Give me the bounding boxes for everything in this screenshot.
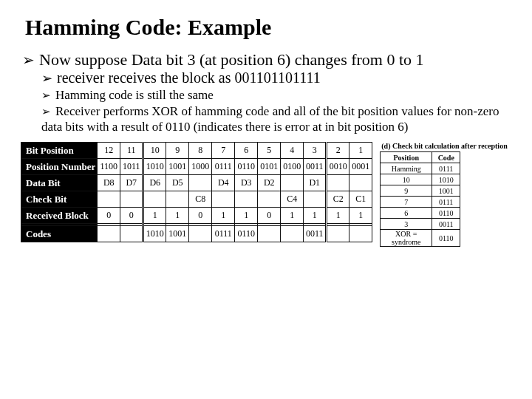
cell	[98, 226, 120, 242]
cell: 0101	[258, 159, 281, 175]
bullet-text: Hamming code is still the same	[55, 88, 214, 102]
cell: 1001	[166, 159, 189, 175]
table-row: Check Bit C8 C4 C2 C1	[21, 191, 372, 208]
cell: 1	[281, 208, 304, 224]
cell: 1	[235, 208, 258, 224]
table-row: Received Block 0 0 1 1 0 1 1 0 1 1 1 1	[21, 208, 372, 224]
cell: 1100	[98, 159, 120, 175]
cell	[304, 191, 327, 208]
col-header: Position	[381, 152, 432, 163]
cell	[189, 175, 212, 191]
cell: 1	[143, 208, 166, 224]
side-caption: (d) Check bit calculation after receptio…	[381, 142, 507, 150]
row-header: Received Block	[21, 208, 98, 224]
cell: 2	[327, 143, 349, 159]
cell: 6	[235, 143, 258, 159]
cell	[120, 226, 143, 242]
cell	[189, 226, 212, 242]
cell: 1011	[120, 159, 143, 175]
cell: 1010	[432, 174, 460, 185]
table-row: XOR = syndrome0110	[381, 230, 460, 247]
cell: D2	[258, 175, 281, 191]
row-header: Bit Position	[21, 143, 98, 159]
row-header: Codes	[21, 226, 98, 242]
cell	[143, 191, 166, 208]
cell: 0011	[304, 159, 327, 175]
table-row: 70111	[381, 197, 460, 208]
table-row: Codes 1010 1001 0111 0110 0011	[21, 226, 372, 242]
cell: C2	[327, 191, 349, 208]
cell: 0111	[212, 226, 235, 242]
slide-title: Hamming Code: Example	[25, 15, 514, 40]
side-table: Position Code Hamming0111 101010 91001 7…	[380, 151, 460, 247]
cell	[327, 175, 349, 191]
cell: 4	[281, 143, 304, 159]
table-row: Hamming0111	[381, 163, 460, 174]
table-row: 30011	[381, 219, 460, 230]
col-header: Code	[432, 152, 460, 163]
cell: 10	[143, 143, 166, 159]
side-panel: (d) Check bit calculation after receptio…	[380, 142, 507, 247]
cell: C4	[281, 191, 304, 208]
cell: D7	[120, 175, 143, 191]
cell: 7	[381, 197, 432, 208]
cell: 7	[212, 143, 235, 159]
cell: C1	[349, 191, 372, 208]
cell: 0	[98, 208, 120, 224]
cell	[349, 175, 372, 191]
cell	[327, 226, 349, 242]
cell: 0100	[281, 159, 304, 175]
bullet-text: Now suppose Data bit 3 (at position 6) c…	[39, 50, 424, 69]
cell	[120, 191, 143, 208]
cell: 1	[349, 208, 372, 224]
cell: 0111	[432, 197, 460, 208]
cell: 0	[120, 208, 143, 224]
cell: 8	[189, 143, 212, 159]
cell: 1	[327, 208, 349, 224]
bullet-lvl1: Now suppose Data bit 3 (at position 6) c…	[22, 50, 514, 134]
cell: 1	[304, 208, 327, 224]
cell: D5	[166, 175, 189, 191]
cell: 9	[166, 143, 189, 159]
cell: 11	[120, 143, 143, 159]
cell	[258, 226, 281, 242]
cell: 1010	[143, 159, 166, 175]
cell: 0110	[432, 230, 460, 247]
cell: D1	[304, 175, 327, 191]
cell	[166, 191, 189, 208]
cell: 6	[381, 208, 432, 219]
cell: 3	[381, 219, 432, 230]
main-table: Bit Position 12 11 10 9 8 7 6 5 4 3 2 1 …	[21, 142, 372, 242]
bullet-text: receiver receives the block as 001101101…	[57, 69, 321, 86]
cell: 0110	[235, 159, 258, 175]
cell	[349, 226, 372, 242]
cell: 1	[349, 143, 372, 159]
cell: 10	[381, 174, 432, 185]
row-header: Data Bit	[21, 175, 98, 191]
cell: D6	[143, 175, 166, 191]
cell	[281, 175, 304, 191]
cell: 1001	[166, 226, 189, 242]
cell: 0010	[327, 159, 349, 175]
tables-container: Bit Position 12 11 10 9 8 7 6 5 4 3 2 1 …	[18, 142, 514, 247]
table-row: 60110	[381, 208, 460, 219]
row-header: Check Bit	[21, 191, 98, 208]
cell: 1	[166, 208, 189, 224]
table-row: Data Bit D8 D7 D6 D5 D4 D3 D2 D1	[21, 175, 372, 191]
cell: 9	[381, 185, 432, 197]
cell: D4	[212, 175, 235, 191]
table-row: Position Number 1100 1011 1010 1001 1000…	[21, 159, 372, 175]
bullet-lvl3: Hamming code is still the same	[41, 88, 514, 103]
row-header: Position Number	[21, 159, 98, 175]
bullet-text: Receiver performs XOR of hamming code an…	[41, 104, 499, 133]
cell: 0011	[304, 226, 327, 242]
cell: D3	[235, 175, 258, 191]
cell	[258, 191, 281, 208]
bullet-lvl3: Receiver performs XOR of hamming code an…	[41, 104, 514, 134]
cell: Hamming	[381, 163, 432, 174]
cell: C8	[189, 191, 212, 208]
cell: D8	[98, 175, 120, 191]
cell	[281, 226, 304, 242]
table-row: Bit Position 12 11 10 9 8 7 6 5 4 3 2 1	[21, 143, 372, 159]
cell: 3	[304, 143, 327, 159]
